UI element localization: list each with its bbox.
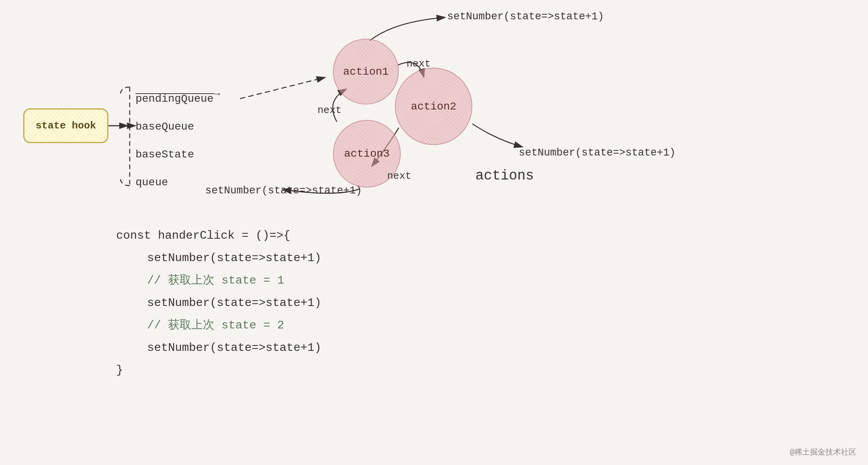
next3-label: next [387, 170, 411, 182]
action2-label: action2 [411, 101, 456, 113]
set-number-top-label: setNumber(state=>state+1) [447, 11, 604, 22]
footer-text: @稀土掘金技术社区 [790, 447, 856, 457]
action1-circle: action1 [333, 39, 399, 104]
queue-field: queue [136, 169, 214, 197]
action3-label: action3 [344, 148, 390, 160]
code-line-3: // 获取上次 state = 1 [116, 269, 321, 292]
next2-label: next [317, 104, 341, 116]
action2-circle: action2 [395, 68, 472, 145]
state-hook-box: state hook [23, 108, 108, 143]
set-number-right-label: setNumber(state=>state+1) [519, 147, 676, 159]
pending-queue-arrow-label: ─────────────→ [136, 88, 220, 100]
base-queue-field: baseQueue [136, 113, 214, 141]
set-number-bottom-label: setNumber(state=>state+1) [205, 185, 362, 197]
code-line-4: setNumber(state=>state+1) [116, 292, 321, 314]
next1-label: next [407, 58, 431, 70]
actions-label: actions [475, 168, 534, 184]
code-line-2: setNumber(state=>state+1) [116, 247, 321, 269]
code-line-5: // 获取上次 state = 2 [116, 314, 321, 337]
fields-section: pendingQueue baseQueue baseState queue [136, 85, 214, 197]
code-line-1: const handerClick = ()=>{ [116, 224, 321, 247]
diagram-container: state hook pendingQueue baseQueue baseSt… [0, 0, 868, 465]
base-state-field: baseState [136, 141, 214, 169]
code-line-6: setNumber(state=>state+1) [116, 337, 321, 359]
action1-label: action1 [343, 66, 389, 78]
code-line-7: } [116, 359, 321, 381]
code-block: const handerClick = ()=>{ setNumber(stat… [116, 224, 321, 381]
state-hook-label: state hook [36, 120, 96, 132]
svg-line-2 [240, 77, 325, 99]
